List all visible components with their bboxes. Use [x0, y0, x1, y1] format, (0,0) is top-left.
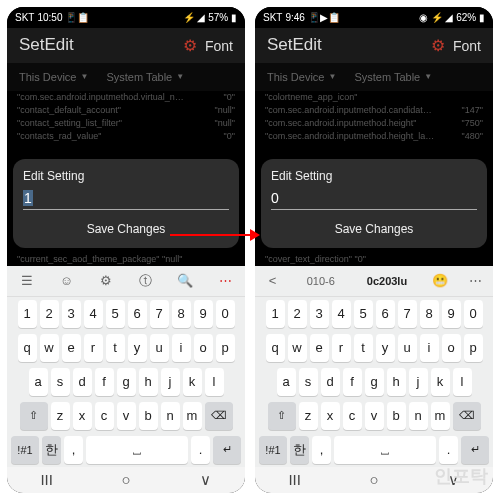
key-1[interactable]: 1 — [266, 300, 285, 328]
key-j[interactable]: j — [409, 368, 428, 396]
space-key[interactable]: ⎵ — [86, 436, 188, 464]
key-a[interactable]: a — [277, 368, 296, 396]
key-c[interactable]: c — [95, 402, 114, 430]
key-y[interactable]: y — [376, 334, 395, 362]
key-c[interactable]: c — [343, 402, 362, 430]
key-p[interactable]: p — [216, 334, 235, 362]
list-item[interactable]: "current_sec_aod_theme_package" "null" — [7, 252, 245, 266]
more-icon[interactable]: ⋯ — [213, 273, 237, 288]
enter-key[interactable]: ↵ — [461, 436, 489, 464]
key-5[interactable]: 5 — [354, 300, 373, 328]
tab-system[interactable]: System Table▼ — [106, 71, 184, 83]
key-w[interactable]: w — [40, 334, 59, 362]
symbol-key[interactable]: !#1 — [11, 436, 39, 464]
key-e[interactable]: e — [310, 334, 329, 362]
dot-key[interactable]: . — [439, 436, 458, 464]
tab-system[interactable]: System Table▼ — [354, 71, 432, 83]
dot-key[interactable]: . — [191, 436, 210, 464]
key-p[interactable]: p — [464, 334, 483, 362]
key-a[interactable]: a — [29, 368, 48, 396]
key-k[interactable]: k — [431, 368, 450, 396]
setting-value-input[interactable]: 0 — [271, 190, 279, 206]
key-g[interactable]: g — [365, 368, 384, 396]
recent-button[interactable]: III — [27, 471, 67, 488]
back-icon[interactable]: < — [261, 273, 285, 288]
key-s[interactable]: s — [299, 368, 318, 396]
list-item[interactable]: "com.sec.android.inputmethod.height""750… — [265, 117, 483, 130]
key-w[interactable]: w — [288, 334, 307, 362]
backspace-key[interactable]: ⌫ — [453, 402, 481, 430]
font-button[interactable]: Font — [453, 38, 481, 54]
key-u[interactable]: u — [150, 334, 169, 362]
key-h[interactable]: h — [139, 368, 158, 396]
key-4[interactable]: 4 — [332, 300, 351, 328]
key-d[interactable]: d — [73, 368, 92, 396]
back-button[interactable]: ∨ — [185, 471, 225, 489]
key-0[interactable]: 0 — [464, 300, 483, 328]
key-j[interactable]: j — [161, 368, 180, 396]
comma-key[interactable]: , — [64, 436, 83, 464]
backspace-key[interactable]: ⌫ — [205, 402, 233, 430]
key-3[interactable]: 3 — [310, 300, 329, 328]
emoji-icon[interactable]: ☺ — [54, 273, 78, 288]
font-button[interactable]: Font — [205, 38, 233, 54]
gear-icon[interactable]: ⚙ — [183, 37, 197, 54]
key-i[interactable]: i — [420, 334, 439, 362]
key-y[interactable]: y — [128, 334, 147, 362]
key-2[interactable]: 2 — [40, 300, 59, 328]
key-6[interactable]: 6 — [376, 300, 395, 328]
list-item[interactable]: "cover_text_direction" "0" — [255, 252, 493, 266]
key-o[interactable]: o — [442, 334, 461, 362]
key-t[interactable]: t — [354, 334, 373, 362]
key-h[interactable]: h — [387, 368, 406, 396]
key-u[interactable]: u — [398, 334, 417, 362]
key-k[interactable]: k — [183, 368, 202, 396]
key-m[interactable]: m — [183, 402, 202, 430]
key-r[interactable]: r — [332, 334, 351, 362]
lang-key[interactable]: 한 — [290, 436, 309, 464]
tab-device[interactable]: This Device▼ — [19, 71, 88, 83]
key-5[interactable]: 5 — [106, 300, 125, 328]
key-x[interactable]: x — [73, 402, 92, 430]
key-4[interactable]: 4 — [84, 300, 103, 328]
emoji-icon[interactable]: 😬 — [428, 273, 452, 288]
key-b[interactable]: b — [139, 402, 158, 430]
key-l[interactable]: l — [453, 368, 472, 396]
lang-key[interactable]: 한 — [42, 436, 61, 464]
key-0[interactable]: 0 — [216, 300, 235, 328]
key-9[interactable]: 9 — [442, 300, 461, 328]
key-v[interactable]: v — [117, 402, 136, 430]
symbol-key[interactable]: !#1 — [259, 436, 287, 464]
suggestion[interactable]: 0c203lu — [357, 275, 417, 287]
recent-button[interactable]: III — [275, 471, 315, 488]
key-t[interactable]: t — [106, 334, 125, 362]
key-e[interactable]: e — [62, 334, 81, 362]
key-f[interactable]: f — [95, 368, 114, 396]
key-l[interactable]: l — [205, 368, 224, 396]
shift-key[interactable]: ⇧ — [20, 402, 48, 430]
key-3[interactable]: 3 — [62, 300, 81, 328]
key-z[interactable]: z — [299, 402, 318, 430]
key-2[interactable]: 2 — [288, 300, 307, 328]
key-n[interactable]: n — [161, 402, 180, 430]
key-s[interactable]: s — [51, 368, 70, 396]
setting-value-input[interactable]: 1 — [23, 190, 33, 206]
key-q[interactable]: q — [18, 334, 37, 362]
key-9[interactable]: 9 — [194, 300, 213, 328]
more-icon[interactable]: ⋯ — [463, 273, 487, 288]
key-g[interactable]: g — [117, 368, 136, 396]
tab-device[interactable]: This Device▼ — [267, 71, 336, 83]
list-item[interactable]: "colortneme_app_icon" — [265, 91, 483, 104]
key-v[interactable]: v — [365, 402, 384, 430]
space-key[interactable]: ⎵ — [334, 436, 436, 464]
key-i[interactable]: i — [172, 334, 191, 362]
key-f[interactable]: f — [343, 368, 362, 396]
key-m[interactable]: m — [431, 402, 450, 430]
list-item[interactable]: "com.sec.android.inputmethod.virtual_nav… — [17, 91, 235, 104]
enter-key[interactable]: ↵ — [213, 436, 241, 464]
key-r[interactable]: r — [84, 334, 103, 362]
key-n[interactable]: n — [409, 402, 428, 430]
search-icon[interactable]: 🔍 — [173, 273, 197, 288]
suggestion[interactable]: 010-6 — [296, 275, 346, 287]
text-icon[interactable]: ⓣ — [134, 272, 158, 290]
